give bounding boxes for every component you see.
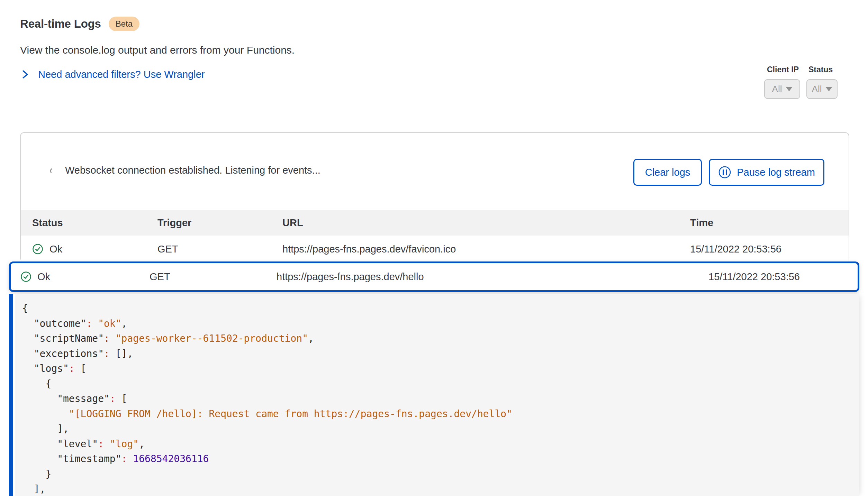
column-header-status: Status (32, 217, 63, 229)
expanded-log-details: { "outcome": "ok", "scriptName": "pages-… (9, 294, 859, 496)
expanded-log-row[interactable]: Ok GET https://pages-fns.pages.dev/hello… (9, 261, 859, 292)
row-trigger: GET (150, 271, 170, 283)
row-status: Ok (49, 244, 62, 255)
caret-down-icon (826, 87, 832, 91)
row-time: 15/11/2022 20:53:56 (690, 244, 781, 255)
realtime-logs-page: Real-time Logs Beta View the console.log… (0, 0, 868, 496)
log-table-row[interactable]: Ok GET https://pages-fns.pages.dev/favic… (21, 236, 849, 263)
status-filter-value: All (812, 84, 822, 94)
chevron-right-icon (21, 68, 29, 80)
clear-logs-button[interactable]: Clear logs (633, 159, 702, 186)
client-ip-value: All (772, 84, 782, 94)
row-status: Ok (37, 271, 50, 283)
row-trigger: GET (157, 244, 178, 255)
column-header-time: Time (690, 217, 713, 229)
websocket-status-text: Websocket connection established. Listen… (65, 165, 320, 176)
status-dropdown[interactable]: All (806, 79, 838, 99)
spinner-icon (49, 166, 58, 175)
row-url: https://pages-fns.pages.dev/hello (277, 271, 424, 283)
client-ip-filter: Client IP All (764, 65, 800, 99)
status-filter: Status All (806, 65, 838, 99)
beta-badge: Beta (109, 17, 139, 31)
wrangler-link-label: Need advanced filters? Use Wrangler (38, 69, 205, 80)
client-ip-label: Client IP (764, 65, 800, 74)
page-subtitle: View the console.log output and errors f… (20, 44, 295, 56)
caret-down-icon (786, 87, 792, 91)
status-filter-label: Status (806, 65, 838, 74)
status-ok-check-icon (32, 244, 43, 255)
log-panel: Websocket connection established. Listen… (20, 132, 849, 262)
row-time: 15/11/2022 20:53:56 (708, 271, 800, 283)
status-ok-check-icon (20, 271, 31, 282)
pause-icon (718, 166, 731, 179)
wrangler-advanced-filters-link[interactable]: Need advanced filters? Use Wrangler (21, 68, 205, 80)
page-header: Real-time Logs Beta (20, 17, 139, 31)
column-header-url: URL (282, 217, 303, 229)
client-ip-dropdown[interactable]: All (764, 79, 800, 99)
row-url: https://pages-fns.pages.dev/favicon.ico (282, 244, 456, 255)
websocket-status-line: Websocket connection established. Listen… (49, 165, 320, 176)
clear-logs-label: Clear logs (645, 167, 690, 178)
expanded-log-json: { "outcome": "ok", "scriptName": "pages-… (15, 294, 859, 496)
pause-log-stream-button[interactable]: Pause log stream (709, 159, 824, 186)
expanded-log-entry: Ok GET https://pages-fns.pages.dev/hello… (9, 261, 859, 496)
column-header-trigger: Trigger (157, 217, 191, 229)
page-title: Real-time Logs (20, 17, 101, 30)
log-table-header: Status Trigger URL Time (21, 210, 849, 236)
json-log-output: { "outcome": "ok", "scriptName": "pages-… (22, 301, 859, 496)
pause-log-stream-label: Pause log stream (737, 167, 815, 178)
